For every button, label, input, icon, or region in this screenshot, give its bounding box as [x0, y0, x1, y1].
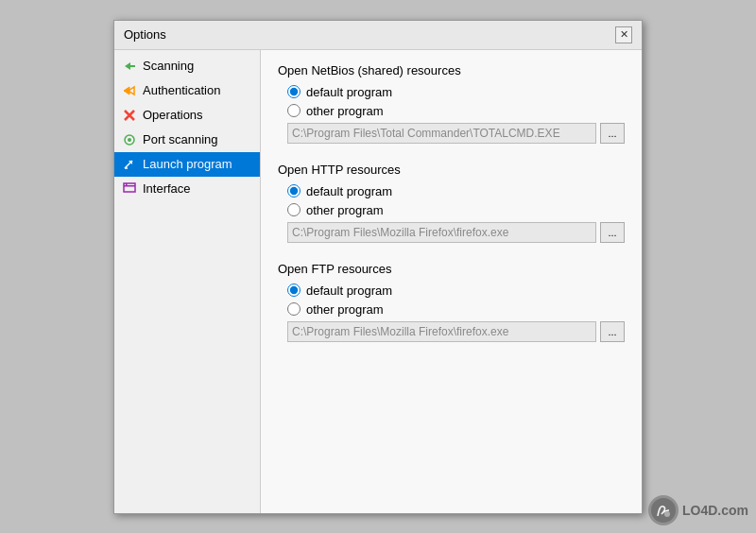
port-scanning-label: Port scanning — [143, 132, 218, 146]
radio-group-ftp: default programother program — [287, 284, 625, 317]
watermark: LO4D.com — [648, 495, 748, 525]
section-title-http: Open HTTP resources — [278, 163, 625, 177]
operations-label: Operations — [143, 108, 203, 122]
radio-label-http-default[interactable]: default program — [287, 184, 625, 198]
browse-button-netbios[interactable]: ... — [600, 123, 625, 144]
dialog-title: Options — [124, 27, 166, 42]
authentication-label: Authentication — [143, 83, 220, 97]
section-title-netbios: Open NetBios (shared) resources — [278, 63, 625, 77]
radio-label-netbios-default[interactable]: default program — [287, 85, 625, 99]
close-button[interactable]: ✕ — [615, 26, 632, 43]
radio-http-other[interactable] — [287, 203, 301, 216]
options-dialog: Options ✕ ScanningAuthenticationOperatio… — [113, 20, 643, 514]
radio-group-netbios: default programother program — [287, 85, 625, 118]
sidebar-item-operations[interactable]: Operations — [114, 103, 260, 128]
path-input-http[interactable] — [287, 222, 596, 243]
scanning-label: Scanning — [143, 59, 194, 73]
title-bar: Options ✕ — [114, 21, 642, 50]
radio-text-ftp-other: other program — [306, 302, 384, 317]
radio-label-ftp-default[interactable]: default program — [287, 284, 625, 298]
watermark-text: LO4D.com — [682, 503, 748, 518]
launch-program-icon — [122, 157, 137, 172]
radio-text-http-other: other program — [306, 203, 384, 217]
svg-rect-11 — [126, 183, 128, 186]
path-row-netbios: ... — [287, 123, 625, 144]
radio-text-http-default: default program — [306, 184, 392, 198]
svg-point-5 — [128, 138, 131, 142]
operations-icon — [122, 108, 137, 123]
radio-label-ftp-other[interactable]: other program — [287, 302, 625, 317]
radio-text-netbios-default: default program — [306, 85, 392, 99]
svg-marker-0 — [125, 62, 130, 70]
port-scanning-icon — [122, 132, 137, 147]
sidebar-item-port-scanning[interactable]: Port scanning — [114, 128, 260, 152]
svg-point-12 — [651, 498, 676, 523]
svg-rect-10 — [124, 185, 135, 187]
main-content: Open NetBios (shared) resourcesdefault p… — [261, 50, 642, 513]
radio-text-ftp-default: default program — [306, 284, 392, 298]
section-netbios: Open NetBios (shared) resourcesdefault p… — [278, 63, 625, 144]
radio-netbios-default[interactable] — [287, 85, 301, 98]
path-row-ftp: ... — [287, 321, 625, 342]
radio-http-default[interactable] — [287, 184, 301, 198]
radio-group-http: default programother program — [287, 184, 625, 217]
radio-netbios-other[interactable] — [287, 104, 301, 117]
svg-rect-9 — [124, 183, 135, 192]
scanning-icon — [122, 59, 137, 74]
sidebar: ScanningAuthenticationOperationsPort sca… — [114, 50, 261, 513]
browse-button-ftp[interactable]: ... — [600, 321, 625, 342]
launch-program-label: Launch program — [143, 157, 232, 171]
section-title-ftp: Open FTP resources — [278, 262, 625, 276]
dialog-body: ScanningAuthenticationOperationsPort sca… — [114, 50, 642, 513]
section-http: Open HTTP resourcesdefault programother … — [278, 163, 625, 243]
radio-ftp-other[interactable] — [287, 302, 301, 316]
sidebar-item-scanning[interactable]: Scanning — [114, 54, 260, 78]
radio-label-http-other[interactable]: other program — [287, 203, 625, 217]
radio-text-netbios-other: other program — [306, 104, 384, 118]
path-row-http: ... — [287, 222, 625, 243]
authentication-icon — [122, 83, 137, 98]
svg-point-13 — [664, 511, 670, 517]
section-ftp: Open FTP resourcesdefault programother p… — [278, 262, 625, 342]
browse-button-http[interactable]: ... — [600, 222, 625, 243]
interface-label: Interface — [143, 181, 191, 196]
radio-ftp-default[interactable] — [287, 284, 301, 297]
interface-icon — [122, 181, 137, 197]
watermark-logo — [648, 495, 679, 525]
path-input-netbios[interactable] — [287, 123, 596, 144]
sidebar-item-authentication[interactable]: Authentication — [114, 78, 260, 103]
sidebar-item-launch-program[interactable]: Launch program — [114, 152, 260, 177]
sidebar-item-interface[interactable]: Interface — [114, 177, 260, 201]
radio-label-netbios-other[interactable]: other program — [287, 104, 625, 118]
path-input-ftp[interactable] — [287, 321, 596, 342]
